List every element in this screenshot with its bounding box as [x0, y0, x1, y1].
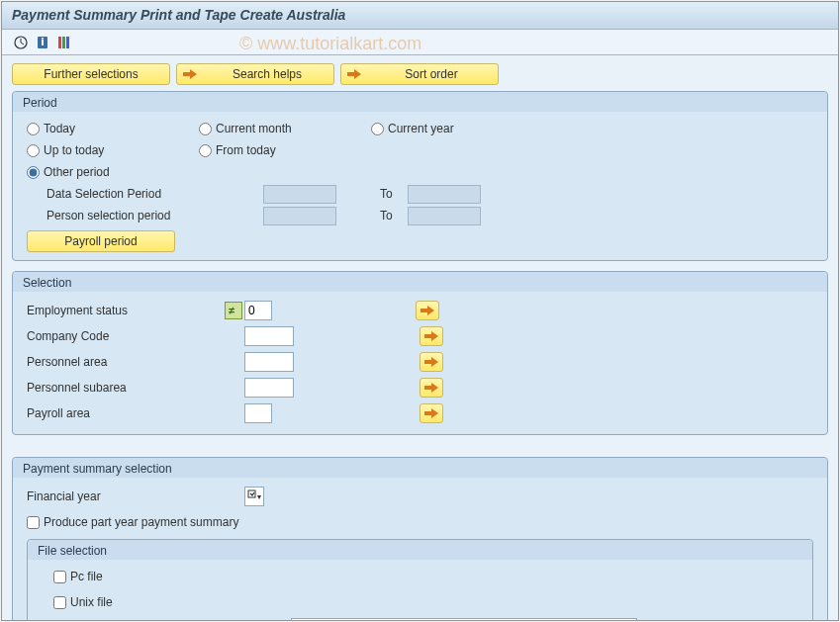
radio-today[interactable]: [27, 123, 40, 135]
multiple-selection-button[interactable]: [420, 326, 443, 346]
execute-icon[interactable]: [12, 34, 30, 51]
button-label: Payroll period: [64, 234, 137, 248]
button-label: Search helps: [205, 67, 329, 81]
pc-file-checkbox[interactable]: [53, 571, 66, 583]
radio-label: Current month: [216, 122, 292, 135]
employment-status-input[interactable]: [244, 301, 272, 320]
unix-file-checkbox[interactable]: [53, 596, 66, 609]
payroll-area-input[interactable]: [244, 403, 272, 423]
radio-label: From today: [216, 143, 276, 157]
svg-marker-10: [347, 69, 361, 79]
svg-marker-15: [424, 383, 438, 393]
svg-rect-17: [248, 490, 255, 497]
multiple-selection-button[interactable]: [416, 301, 439, 320]
radio-label: Up to today: [44, 143, 104, 157]
multiple-selection-button[interactable]: [420, 403, 443, 423]
unix-file-label: Unix file: [70, 595, 113, 609]
company-code-label: Company Code: [27, 329, 225, 343]
radio-other-period[interactable]: [27, 166, 40, 179]
radio-up-to-today[interactable]: [27, 144, 40, 157]
multiple-selection-button[interactable]: [420, 378, 443, 398]
svg-line-2: [21, 43, 24, 44]
svg-rect-8: [66, 37, 69, 48]
person-selection-to-input[interactable]: [408, 207, 481, 225]
payroll-period-button[interactable]: Payroll period: [27, 230, 175, 252]
radio-current-year[interactable]: [371, 123, 384, 135]
svg-text:≠: ≠: [229, 305, 234, 316]
to-label: To: [380, 209, 404, 222]
payment-summary-group: Payment summary selection Financial year…: [12, 457, 828, 620]
titlebar: Payment Summary Print and Tape Create Au…: [2, 2, 838, 30]
pc-file-label: Pc file: [70, 570, 103, 583]
employment-status-label: Employment status: [27, 304, 225, 317]
person-selection-from-input[interactable]: [263, 207, 336, 225]
group-legend: Period: [13, 92, 827, 112]
selection-group: Selection Employment status ≠ Company Co…: [12, 271, 828, 435]
personnel-area-input[interactable]: [244, 352, 294, 372]
svg-rect-5: [42, 38, 44, 40]
content-area: Further selections Search helps Sort ord…: [2, 55, 838, 620]
group-legend: Selection: [13, 272, 827, 292]
svg-rect-6: [58, 37, 61, 48]
radio-label: Today: [44, 122, 75, 135]
financial-year-label: Financial year: [27, 489, 244, 503]
data-selection-from-input[interactable]: [263, 185, 336, 204]
not-equal-icon[interactable]: ≠: [225, 302, 242, 319]
radio-label: Current year: [388, 122, 454, 135]
info-icon[interactable]: [34, 34, 51, 51]
svg-marker-12: [420, 306, 434, 315]
selection-buttons-row: Further selections Search helps Sort ord…: [12, 63, 828, 85]
to-label: To: [380, 187, 404, 201]
svg-marker-14: [424, 357, 438, 367]
part-year-checkbox[interactable]: [27, 516, 40, 529]
payroll-area-label: Payroll area: [27, 406, 225, 420]
svg-rect-4: [42, 40, 44, 45]
personnel-subarea-label: Personnel subarea: [27, 381, 225, 395]
personnel-subarea-input[interactable]: [244, 378, 294, 398]
multiple-selection-button[interactable]: [420, 352, 443, 372]
further-selections-button[interactable]: Further selections: [12, 63, 170, 85]
radio-from-today[interactable]: [199, 144, 212, 157]
group-legend: File selection: [28, 540, 812, 560]
radio-current-month[interactable]: [199, 123, 212, 135]
svg-marker-18: [257, 495, 261, 499]
svg-marker-16: [424, 408, 438, 418]
unix-file-name-input[interactable]: [291, 618, 637, 620]
period-group: Period Today Current month Current year: [12, 91, 828, 261]
data-selection-to-input[interactable]: [408, 185, 481, 204]
data-selection-label: Data Selection Period: [47, 187, 259, 201]
button-label: Sort order: [369, 67, 494, 81]
arrow-right-icon: [181, 67, 199, 81]
personnel-area-label: Personnel area: [27, 355, 225, 369]
window-frame: Payment Summary Print and Tape Create Au…: [1, 1, 839, 621]
sort-order-button[interactable]: Sort order: [340, 63, 499, 85]
svg-marker-13: [424, 331, 438, 341]
part-year-label: Produce part year payment summary: [44, 515, 238, 529]
layout-icon[interactable]: [55, 34, 73, 51]
group-legend: Payment summary selection: [13, 458, 827, 478]
company-code-input[interactable]: [244, 326, 294, 346]
financial-year-f4-input[interactable]: [244, 487, 264, 506]
arrow-right-icon: [345, 67, 363, 81]
person-selection-label: Person selection period: [47, 209, 259, 222]
radio-label: Other period: [44, 165, 110, 179]
toolbar: [2, 30, 838, 55]
search-helps-button[interactable]: Search helps: [176, 63, 334, 85]
svg-rect-7: [62, 37, 65, 48]
svg-marker-9: [183, 69, 197, 79]
button-label: Further selections: [17, 67, 165, 81]
file-selection-group: File selection Pc file Unix file: [27, 539, 813, 620]
page-title: Payment Summary Print and Tape Create Au…: [12, 7, 345, 23]
